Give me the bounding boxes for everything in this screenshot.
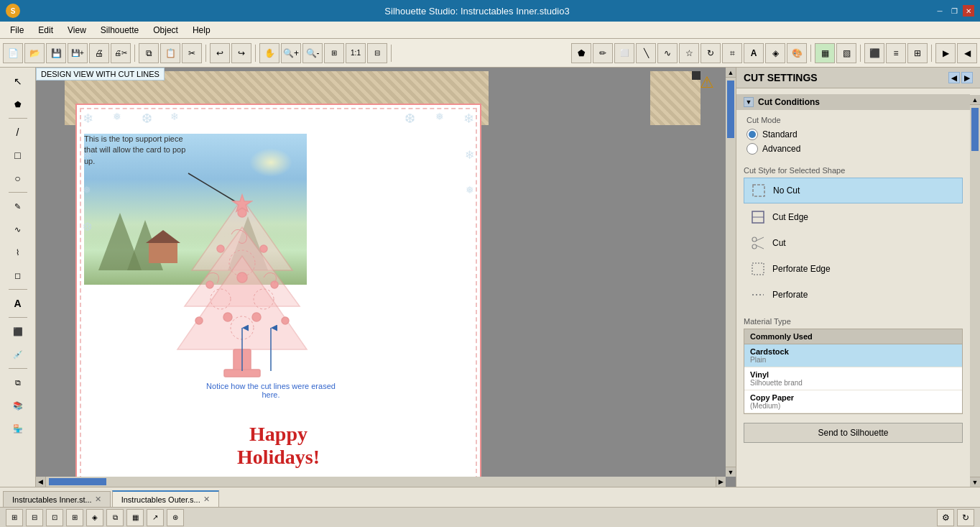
status-icon-4[interactable]: ⊞ <box>66 509 83 526</box>
menu-silhouette[interactable]: Silhouette <box>93 24 146 37</box>
status-icon-6[interactable]: ⧉ <box>106 509 124 526</box>
cut-style-perforate-edge[interactable]: Perforate Edge <box>744 257 963 281</box>
menu-help[interactable]: Help <box>185 24 218 37</box>
vscroll-up-btn[interactable]: ▲ <box>726 68 736 78</box>
node-button[interactable]: ⬟ <box>571 43 591 63</box>
radio-advanced[interactable] <box>746 143 758 155</box>
close-button[interactable]: ✕ <box>963 5 974 17</box>
panel-button[interactable]: ⊞ <box>907 43 928 63</box>
copy-button[interactable]: ⧉ <box>139 43 159 63</box>
media-button[interactable]: ⬛ <box>864 43 884 63</box>
canvas-area[interactable]: DESIGN VIEW WITH CUT LINES ⚠ <box>36 68 736 487</box>
zoom-out-button[interactable]: 🔍- <box>302 43 323 63</box>
tab-inner-close[interactable]: ✕ <box>95 495 101 504</box>
line-tool[interactable]: / <box>7 122 29 143</box>
line-button[interactable]: ╲ <box>636 43 656 63</box>
text-button[interactable]: A <box>744 43 764 63</box>
save-as-button[interactable]: 💾+ <box>68 43 88 63</box>
status-icon-2[interactable]: ⊟ <box>26 509 43 526</box>
status-refresh-icon[interactable]: ↻ <box>957 509 974 526</box>
node-tool[interactable]: ⬟ <box>7 93 29 115</box>
eraser-button[interactable]: ⬜ <box>614 43 634 63</box>
paste-button[interactable]: 📋 <box>160 43 180 63</box>
canvas-hscroll[interactable]: ◀ ▶ <box>36 477 726 487</box>
library-button[interactable]: ≡ <box>886 43 906 63</box>
material-copy-paper[interactable]: Copy Paper (Medium) <box>744 390 962 413</box>
cut-conditions-header[interactable]: ▼ Cut Conditions <box>736 94 970 110</box>
store-tool[interactable]: 🏪 <box>7 418 29 439</box>
arrow-right-btn[interactable]: ▶ <box>935 43 956 63</box>
menu-edit[interactable]: Edit <box>31 24 60 37</box>
cut-mode-advanced-row[interactable]: Advanced <box>746 143 960 155</box>
menu-view[interactable]: View <box>60 24 93 37</box>
canvas-vscroll[interactable]: ▲ ▼ <box>726 68 736 477</box>
radio-standard[interactable] <box>746 129 758 140</box>
arrow-left-btn[interactable]: ◀ <box>957 43 977 63</box>
cut-button[interactable]: ✂ <box>182 43 202 63</box>
new-button[interactable]: 📄 <box>3 43 23 63</box>
right-panel-scroll-thumb[interactable] <box>971 108 979 151</box>
pan-button[interactable]: ✋ <box>259 43 279 63</box>
panel-next-btn[interactable]: ▶ <box>961 72 973 83</box>
hscroll-right-btn[interactable]: ▶ <box>716 477 726 487</box>
freehand-tool[interactable]: ∿ <box>7 219 29 240</box>
send-to-silhouette-button[interactable]: Send to Silhouette <box>744 423 963 443</box>
cut-style-no-cut[interactable]: No Cut <box>744 178 963 203</box>
status-icon-9[interactable]: ⊛ <box>167 509 184 526</box>
restore-button[interactable]: ❐ <box>948 5 960 17</box>
hscroll-left-btn[interactable]: ◀ <box>36 477 46 487</box>
redo-button[interactable]: ↪ <box>231 43 251 63</box>
rectangle-tool[interactable]: □ <box>7 145 29 166</box>
text-tool[interactable]: A <box>7 293 29 314</box>
status-icon-5[interactable]: ◈ <box>86 509 103 526</box>
library-tool[interactable]: 📚 <box>7 395 29 416</box>
grid-btn[interactable]: ▦ <box>815 43 835 63</box>
print-button[interactable]: 🖨 <box>89 43 109 63</box>
status-icon-1[interactable]: ⊞ <box>6 509 23 526</box>
open-button[interactable]: 📂 <box>24 43 45 63</box>
ellipse-tool[interactable]: ○ <box>7 168 29 189</box>
minimize-button[interactable]: ─ <box>934 5 946 17</box>
status-icon-3[interactable]: ⊡ <box>46 509 63 526</box>
grid2-btn[interactable]: ▧ <box>836 43 856 63</box>
fill-button[interactable]: ◈ <box>765 43 785 63</box>
status-settings-icon[interactable]: ⚙ <box>937 509 954 526</box>
rotate-button[interactable]: ↻ <box>701 43 721 63</box>
zoom-all-button[interactable]: ⊟ <box>367 43 387 63</box>
right-panel-scroll-down[interactable]: ▼ <box>970 477 980 487</box>
fill-tool[interactable]: ⬛ <box>7 321 29 342</box>
menu-file[interactable]: File <box>3 24 31 37</box>
zoom-actual-button[interactable]: 1:1 <box>346 43 366 63</box>
vscroll-down-btn[interactable]: ▼ <box>726 467 736 477</box>
color-button[interactable]: 🎨 <box>787 43 807 63</box>
panel-prev-btn[interactable]: ◀ <box>948 72 960 83</box>
cut-style-perforate[interactable]: Perforate <box>744 283 963 307</box>
curve-button[interactable]: ∿ <box>657 43 678 63</box>
right-panel-scroll-up[interactable]: ▲ <box>970 95 980 105</box>
cut-style-cut[interactable]: Cut <box>744 231 963 255</box>
zoom-fit-button[interactable]: ⊞ <box>324 43 344 63</box>
erase-tool[interactable]: ◻ <box>7 265 29 286</box>
menu-object[interactable]: Object <box>146 24 185 37</box>
cut-mode-standard-row[interactable]: Standard <box>746 129 960 140</box>
path-button[interactable]: ⌗ <box>722 43 742 63</box>
draw-button[interactable]: ✏ <box>593 43 613 63</box>
select-tool[interactable]: ↖ <box>7 70 29 92</box>
pencil-tool[interactable]: ✎ <box>7 196 29 217</box>
tab-outer[interactable]: Instructables Outer.s... ✕ <box>112 490 219 507</box>
tab-outer-close[interactable]: ✕ <box>203 495 210 504</box>
tab-inner[interactable]: Instructables Inner.st... ✕ <box>3 491 111 507</box>
polyline-tool[interactable]: ⌇ <box>7 242 29 263</box>
eyedrop-tool[interactable]: 💉 <box>7 344 29 365</box>
status-icon-8[interactable]: ↗ <box>147 509 164 526</box>
vscroll-thumb[interactable] <box>727 81 734 138</box>
cut-style-cut-edge[interactable]: Cut Edge <box>744 205 963 229</box>
shape-button[interactable]: ☆ <box>679 43 699 63</box>
hscroll-thumb[interactable] <box>49 478 106 485</box>
layers-tool[interactable]: ⧉ <box>7 372 29 393</box>
print2-button[interactable]: 🖨✂ <box>111 43 131 63</box>
save-button[interactable]: 💾 <box>46 43 66 63</box>
zoom-in-button[interactable]: 🔍+ <box>281 43 301 63</box>
material-cardstock[interactable]: Cardstock Plain <box>744 344 962 367</box>
material-vinyl[interactable]: Vinyl Silhouette brand <box>744 367 962 390</box>
